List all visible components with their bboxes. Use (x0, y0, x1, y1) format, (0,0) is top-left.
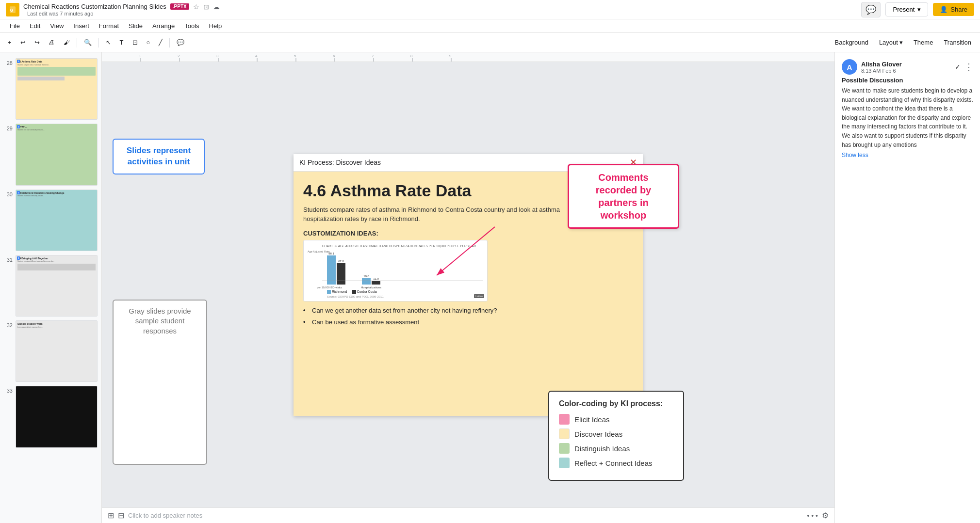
comment-author: Alisha Glover (861, 61, 951, 68)
undo-btn[interactable]: ↩ (16, 37, 30, 48)
slide-editor[interactable]: Slides represent activities in unit Gray… (102, 62, 834, 507)
legend-label-discover: Discover Ideas (574, 430, 622, 438)
bottom-bar: ⊞ ⊟ Click to add speaker notes • • • ⚙ (102, 507, 834, 523)
menu-tools[interactable]: Tools (180, 21, 203, 31)
comment-check-icon[interactable]: ✓ (955, 63, 961, 71)
star-icon[interactable]: ☆ (193, 3, 199, 11)
redo-btn[interactable]: ↪ (31, 37, 44, 48)
folder-icon[interactable]: ⊡ (203, 3, 209, 11)
chart-legend: Richmond Contra Costa (322, 290, 483, 294)
share-button[interactable]: 👤 Share (933, 3, 974, 16)
bar-hosp-contracosta (372, 281, 380, 285)
slide-view-list-btn[interactable]: ⊟ (118, 511, 124, 520)
print-btn[interactable]: 🖨 (45, 37, 59, 48)
comment-text: We want to make sure students begin to d… (842, 86, 973, 149)
layout-dropdown-icon: ▾ (899, 39, 903, 46)
svg-text:8: 8 (410, 54, 413, 58)
shape-btn[interactable]: ○ (143, 37, 154, 48)
slide-num-31: 31 (4, 257, 13, 263)
callout-comments-text: Comments recorded by partners in worksho… (577, 171, 670, 222)
slide-item-32[interactable]: 32 Sample Student Work Lorem ipsum stude… (0, 318, 101, 384)
theme-btn[interactable]: Theme (909, 37, 938, 48)
menu-edit[interactable]: Edit (26, 21, 44, 31)
svg-rect-2 (102, 52, 834, 62)
chart-source: Source: OSHPD EDO and PDO, 2009-2011 (322, 295, 483, 298)
color-coding-legend: Color-coding by KI process: Elicit Ideas… (548, 391, 684, 481)
present-button[interactable]: Present ▾ (885, 2, 928, 16)
line-btn[interactable]: ╱ (155, 37, 166, 48)
bullet-2-text: Can be used as formative assessment (312, 318, 419, 326)
menu-view[interactable]: View (46, 21, 67, 31)
paint-btn[interactable]: 🖌 (60, 37, 74, 48)
slide-body-text: Students compare rates of asthma in Rich… (303, 205, 585, 224)
legend-swatch-orange (559, 428, 570, 439)
slide-item-28[interactable]: 28 4.6 Asthma Rate Data Students compare… (0, 56, 101, 122)
comment-type: Possible Discussion (842, 77, 973, 84)
slide-item-29[interactable]: 29 4.7 Wh... Students look how community… (0, 122, 101, 187)
menu-insert[interactable]: Insert (69, 21, 93, 31)
slide-thumb-29: 4.7 Wh... Students look how community de… (16, 124, 98, 185)
legend-row-elicit: Elicit Ideas (559, 414, 673, 425)
slide-thumb-31: 4.9 Bringing it All Together Students th… (16, 255, 98, 317)
ruler-svg: 1 2 3 4 5 6 7 8 9 (102, 52, 834, 62)
comment-header: A Alisha Glover 8:13 AM Feb 6 ✓ ⋮ (842, 59, 973, 75)
layout-btn[interactable]: Layout ▾ (874, 37, 908, 48)
comment-block: A Alisha Glover 8:13 AM Feb 6 ✓ ⋮ Possib… (835, 52, 980, 165)
bullet-2: • Can be used as formative assessment (303, 318, 633, 327)
comments-icon-btn[interactable]: 💬 (861, 2, 881, 17)
cloud-icon[interactable]: ☁ (213, 3, 220, 11)
callout-comments: Comments recorded by partners in worksho… (568, 164, 679, 229)
menubar: File Edit View Insert Format Slide Arran… (0, 19, 980, 33)
slide-item-33[interactable]: 33 (0, 384, 101, 449)
menu-arrange[interactable]: Arrange (148, 21, 179, 31)
last-edit-text: Last edit was 7 minutes ago (27, 11, 93, 16)
add-slide-btn[interactable]: + (4, 37, 16, 48)
svg-text:9: 9 (449, 54, 452, 58)
lattice-label: Lattice (474, 294, 484, 298)
settings-icon[interactable]: ⚙ (822, 511, 829, 520)
legend-richmond-swatch (327, 290, 331, 294)
legend-richmond-label: Richmond (332, 290, 347, 293)
image-btn[interactable]: ⊡ (129, 37, 142, 48)
comment-btn[interactable]: 💬 (173, 37, 188, 48)
slide-item-31[interactable]: 31 4.9 Bringing it All Together Students… (0, 253, 101, 318)
slide-panel: 28 4.6 Asthma Rate Data Students compare… (0, 52, 102, 523)
menu-help[interactable]: Help (205, 21, 226, 31)
bottom-right: • • • ⚙ (807, 511, 829, 520)
slide-thumb-28: 4.6 Asthma Rate Data Students compare ra… (16, 58, 98, 120)
legend-swatch-green (559, 443, 570, 454)
topbar-right: 💬 Present ▾ 👤 Share (861, 2, 974, 17)
color-legend-title: Color-coding by KI process: (559, 399, 673, 408)
select-btn[interactable]: ↖ (102, 37, 115, 48)
legend-row-discover: Discover Ideas (559, 428, 673, 439)
text-btn[interactable]: T (116, 37, 128, 48)
slide-num-29: 29 (4, 126, 13, 131)
slide-item-30[interactable]: 30 4.8 Richmond Residents Making Change … (0, 188, 101, 253)
transition-btn[interactable]: Transition (939, 37, 976, 48)
menu-slide[interactable]: Slide (125, 21, 147, 31)
ruler: 1 2 3 4 5 6 7 8 9 (102, 52, 834, 62)
svg-text:4: 4 (255, 54, 258, 58)
notes-area[interactable]: Click to add speaker notes (128, 512, 803, 519)
doc-title: Chemical Reactions Customization Plannin… (23, 3, 166, 10)
slide-num-28: 28 (4, 60, 13, 66)
chart-baseline (322, 281, 483, 281)
legend-contracosta-label: Contra Costa (357, 290, 377, 293)
notes-placeholder: Click to add speaker notes (128, 512, 202, 519)
comment-more-icon[interactable]: ⋮ (964, 62, 973, 72)
comment-avatar: A (842, 59, 857, 75)
bar-label-ed: ED visits (330, 286, 342, 289)
menu-format[interactable]: Format (95, 21, 123, 31)
menu-file[interactable]: File (6, 21, 24, 31)
comment-author-info: Alisha Glover 8:13 AM Feb 6 (861, 61, 951, 74)
slide-view-grid-btn[interactable]: ⊞ (108, 511, 114, 520)
svg-text:1: 1 (139, 54, 141, 58)
bullet-1: • Can we get another data set from anoth… (303, 306, 633, 315)
zoom-btn[interactable]: 🔍 (80, 37, 96, 48)
toolbar: + ↩ ↪ 🖨 🖌 🔍 ↖ T ⊡ ○ ╱ 💬 Background Layou… (0, 33, 980, 52)
show-less-btn[interactable]: Show less (842, 152, 973, 158)
slide-thumb-33 (16, 386, 98, 447)
callout-gray-text: Gray slides provide sample student respo… (120, 306, 199, 336)
slide-thumb-30: 4.8 Richmond Residents Making Change Stu… (16, 190, 98, 251)
background-btn[interactable]: Background (830, 37, 873, 48)
